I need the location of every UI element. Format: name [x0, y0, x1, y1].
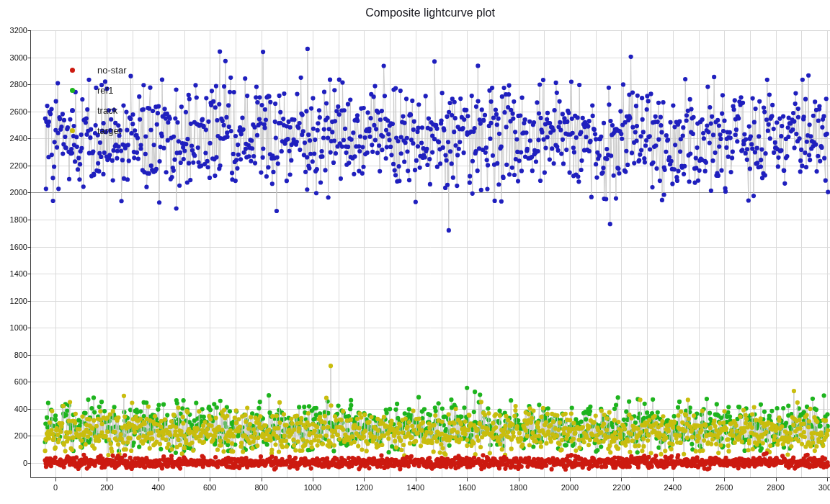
- y-tick-label: 1200: [0, 296, 27, 306]
- y-tick-label: 1600: [0, 242, 27, 252]
- x-tick-label: 2600: [704, 482, 744, 492]
- x-tick-label: 400: [138, 482, 179, 492]
- x-tick-label: 1800: [499, 482, 539, 492]
- y-tick-label: 2600: [0, 107, 27, 117]
- x-tick-label: 3000: [807, 482, 830, 492]
- y-tick-label: 2800: [0, 79, 27, 89]
- x-tick-label: 600: [189, 482, 230, 492]
- y-tick-label: 200: [0, 431, 27, 441]
- y-tick-label: 1800: [0, 215, 27, 225]
- x-tick-label: 0: [35, 482, 76, 492]
- legend-item-target: target: [70, 120, 126, 140]
- legend-label: no-star: [97, 65, 126, 76]
- y-tick-label: 800: [0, 350, 27, 360]
- x-tick-label: 2400: [653, 482, 693, 492]
- legend: no-starref1tracktarget: [70, 60, 126, 140]
- x-tick-label: 1600: [447, 482, 487, 492]
- y-tick-label: 3000: [0, 53, 27, 63]
- legend-item-no-star: no-star: [70, 60, 126, 80]
- x-tick-label: 800: [241, 482, 282, 492]
- legend-marker-ref1-icon: [70, 88, 75, 93]
- y-tick-label: 400: [0, 404, 27, 414]
- x-tick-label: 2200: [601, 482, 641, 492]
- legend-marker-no-star-icon: [70, 68, 75, 73]
- y-tick-label: 2400: [0, 133, 27, 143]
- x-tick-label: 2000: [550, 482, 590, 492]
- legend-marker-target-icon: [70, 128, 75, 133]
- x-tick-label: 1000: [293, 482, 333, 492]
- y-tick-label: 0: [0, 458, 27, 468]
- y-tick-label: 3200: [0, 25, 27, 35]
- x-tick-label: 1200: [344, 482, 384, 492]
- y-tick-label: 2200: [0, 161, 27, 171]
- legend-item-track: track: [70, 100, 126, 120]
- composite-lightcurve-chart: Composite lightcurve plot 02004006008001…: [0, 0, 830, 504]
- x-tick-label: 1400: [396, 482, 436, 492]
- chart-title: Composite lightcurve plot: [365, 6, 495, 19]
- legend-label: track: [97, 105, 117, 116]
- x-tick-label: 2800: [756, 482, 796, 492]
- y-tick-label: 2000: [0, 187, 27, 197]
- y-tick-label: 600: [0, 377, 27, 387]
- y-tick-label: 1400: [0, 269, 27, 279]
- y-tick-label: 1000: [0, 323, 27, 333]
- legend-marker-track-icon: [70, 108, 75, 113]
- legend-label: target: [97, 125, 121, 136]
- legend-label: ref1: [97, 85, 113, 96]
- legend-item-ref1: ref1: [70, 80, 126, 100]
- x-tick-label: 200: [86, 482, 127, 492]
